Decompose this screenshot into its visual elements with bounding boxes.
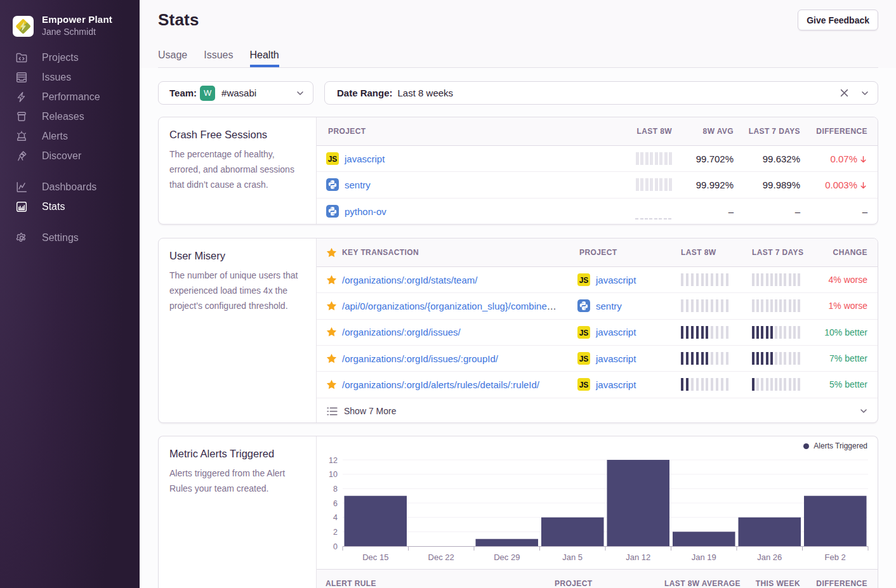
svg-text:2: 2	[333, 528, 338, 537]
svg-text:Jan 12: Jan 12	[626, 552, 650, 562]
svg-text:Jan 5: Jan 5	[562, 552, 583, 562]
svg-text:4: 4	[333, 513, 338, 522]
svg-text:8: 8	[333, 485, 338, 493]
svg-text:Dec 15: Dec 15	[362, 552, 388, 562]
svg-text:10: 10	[329, 470, 338, 479]
svg-text:0: 0	[333, 542, 338, 551]
svg-text:Jan 26: Jan 26	[757, 552, 782, 562]
svg-text:Dec 29: Dec 29	[494, 552, 520, 562]
svg-text:12: 12	[329, 456, 338, 465]
svg-text:Jan 19: Jan 19	[692, 552, 716, 562]
svg-text:6: 6	[333, 499, 338, 508]
svg-text:Feb 2: Feb 2	[825, 552, 846, 562]
svg-text:Dec 22: Dec 22	[428, 552, 454, 562]
